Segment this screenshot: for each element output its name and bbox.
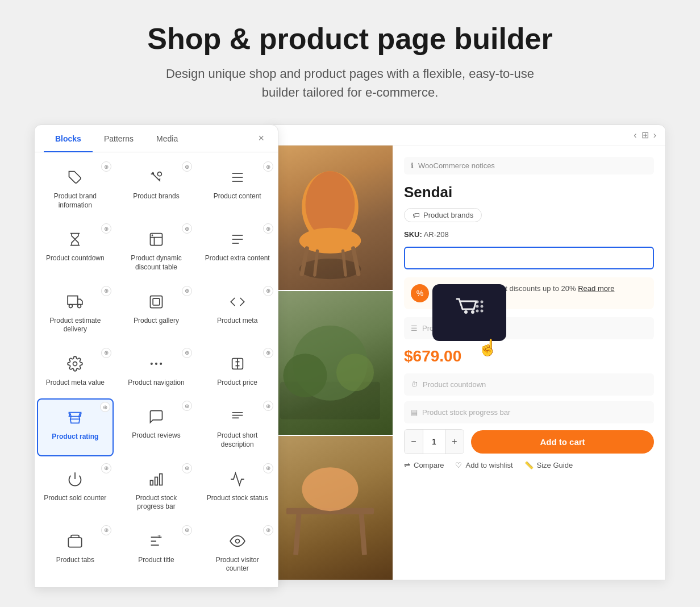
block-product-rating[interactable]: ⊕ Product rating [37,398,114,456]
countdown-label: Product countdown [423,380,486,389]
block-product-countdown[interactable]: ⊕ Product countdown [37,221,114,278]
svg-point-5 [152,235,152,236]
brands-label: Product brands [423,211,473,219]
size-guide-action[interactable]: 📏 Size Guide [524,461,573,469]
block-meta-value[interactable]: ⊕ Product meta value [37,346,114,394]
block-title[interactable]: ⊕ T Product title [118,523,195,580]
stock-progress-label: Product stock progress bar [422,408,510,417]
nav-left-icon[interactable]: ‹ [634,130,636,140]
add-block-btn[interactable]: ⊕ [101,463,111,473]
product-search-input[interactable] [404,247,654,269]
product-brands-tag[interactable]: 🏷 Product brands [404,208,482,222]
add-block-btn[interactable]: ⊕ [263,161,273,172]
block-label: Product rating [52,433,98,442]
main-content: Blocks Patterns Media × ⊕ Product brand … [34,124,666,588]
quantity-add-row: − + Add to cart [404,429,654,454]
block-product-meta[interactable]: ⊕ Product meta [199,284,276,341]
add-block-btn[interactable]: ⊕ [101,348,111,358]
quantity-input[interactable] [423,430,445,454]
svg-rect-25 [155,477,158,485]
qty-minus-button[interactable]: − [405,430,423,454]
block-tabs[interactable]: ⊕ Product tabs [37,523,114,580]
bar-icon: ▤ [411,408,418,417]
svg-rect-27 [69,538,82,547]
block-estimate-delivery[interactable]: ⊕ Product estimate delivery [37,284,114,341]
block-visitor-counter[interactable]: ⊕ Product visitor counter [199,523,276,580]
compare-icon: ⇌ [404,461,410,469]
add-block-btn[interactable]: ⊕ [182,223,192,234]
block-sold-counter[interactable]: ⊕ Product sold counter [37,461,114,518]
tabs-icon [64,530,86,552]
hourglass-icon: ⏱ [411,380,418,389]
block-dynamic-discount[interactable]: ⊕ Product dynamic discount table [118,221,195,278]
notice-text: WooCommerce notices [418,161,495,170]
svg-point-29 [235,539,239,543]
add-block-btn[interactable]: ⊕ [101,286,111,296]
block-label: Product estimate delivery [41,317,109,334]
product-title: Sendai [404,184,654,201]
add-to-cart-button[interactable]: Add to cart [471,430,654,454]
stock-progress-placeholder: ▤ Product stock progress bar [404,401,654,423]
add-block-btn[interactable]: ⊕ [263,401,273,411]
block-label: Product countdown [46,254,105,263]
cart-grid-icon [452,296,486,330]
block-extra-content[interactable]: ⊕ Product extra content [199,221,276,278]
product-image-3 [268,436,393,580]
qty-plus-button[interactable]: + [445,430,464,454]
block-label: Product title [138,556,174,565]
grid-icon[interactable]: ⊞ [641,130,649,140]
add-block-btn[interactable]: ⊕ [101,525,111,535]
tab-media[interactable]: Media [145,125,189,152]
add-block-btn[interactable]: ⊕ [182,161,192,172]
add-block-btn[interactable]: ⊕ [263,525,273,535]
cursor-hand: ☝ [478,338,498,357]
sku-value: AR-208 [424,230,449,239]
add-block-btn[interactable]: ⊕ [101,161,111,172]
compare-action[interactable]: ⇌ Compare [404,461,444,469]
block-reviews[interactable]: ⊕ Product reviews [118,398,195,456]
panel-header: ‹ ⊞ › [268,125,665,145]
nav-right-icon[interactable]: › [653,130,656,140]
block-label: Product brand information [41,192,109,210]
compare-label: Compare [414,461,444,469]
tab-blocks[interactable]: Blocks [44,125,93,152]
block-gallery[interactable]: ⊕ Product gallery [118,284,195,341]
wishlist-action[interactable]: ♡ Add to wishlist [455,461,512,469]
add-block-btn[interactable]: ⊕ [101,223,111,234]
block-label: Product visitor counter [203,556,271,573]
read-more-link[interactable]: Read more [578,284,614,293]
block-product-brand-info[interactable]: ⊕ Product brand information [37,159,114,217]
tab-patterns[interactable]: Patterns [93,125,145,152]
block-stock-progress[interactable]: ⊕ Product stock progress bar [118,461,195,518]
add-block-btn[interactable]: ⊕ [263,348,273,358]
block-product-content[interactable]: ⊕ Product content [199,159,276,217]
svg-point-15 [160,363,161,364]
block-label: Product extra content [205,254,270,263]
block-label: Product stock progress bar [123,494,190,512]
discount-icon: % [411,284,429,302]
product-image-1 [268,145,393,289]
blocks-panel: Blocks Patterns Media × ⊕ Product brand … [34,124,278,588]
text-short-icon [226,405,249,428]
block-product-brands[interactable]: ⊕ Product brands [118,159,195,217]
add-block-btn[interactable]: ⊕ [182,525,192,535]
product-actions: ⇌ Compare ♡ Add to wishlist 📏 Size Guide [404,461,654,469]
add-block-btn[interactable]: ⊕ [100,402,110,412]
block-short-desc[interactable]: ⊕ Product short description [199,398,276,456]
add-block-btn[interactable]: ⊕ [182,463,192,473]
tag-icon [64,166,86,189]
add-block-btn[interactable]: ⊕ [182,401,192,411]
svg-point-16 [151,363,152,364]
add-block-btn[interactable]: ⊕ [182,286,192,296]
add-block-btn[interactable]: ⊕ [263,286,273,296]
block-stock-status[interactable]: ⊕ Product stock status [199,461,276,518]
add-block-btn[interactable]: ⊕ [263,223,273,234]
close-icon[interactable]: × [253,128,269,149]
header: Shop & product page builder Design uniqu… [147,23,553,102]
power-icon [64,468,86,490]
block-price[interactable]: ⊕ Product price [199,346,276,394]
add-block-btn[interactable]: ⊕ [182,348,192,358]
block-navigation[interactable]: ⊕ Product navigation [118,346,195,394]
product-layout: ℹ WooCommerce notices Sendai 🏷 Product b… [268,145,665,580]
add-block-btn[interactable]: ⊕ [263,463,273,473]
